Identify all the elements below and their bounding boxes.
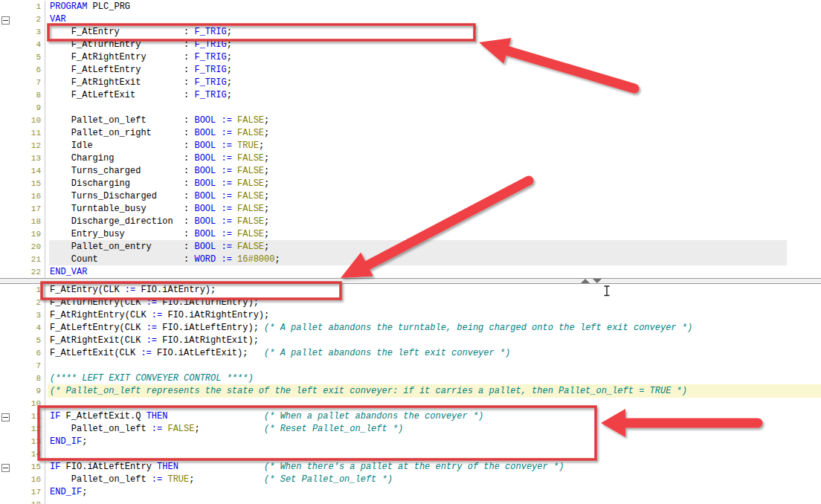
code-line[interactable]: 7 — [0, 360, 821, 372]
line-number: 3 — [36, 26, 41, 39]
code-line[interactable]: 20 Pallet_on_entry : BOOL := FALSE; — [0, 241, 821, 253]
code-line[interactable]: 1PROGRAM PLC_PRG — [0, 1, 821, 13]
fold-collapse-icon[interactable] — [1, 464, 10, 472]
code-line[interactable]: 17 Turntable_busy : BOOL := FALSE; — [0, 203, 821, 216]
line-gutter: 10 — [0, 398, 45, 410]
code-line[interactable]: 17END_IF; — [0, 486, 821, 499]
code-line[interactable]: 15IF FIO.iAtLeftEntry THEN (* When there… — [0, 461, 821, 474]
code-line[interactable]: 18 — [0, 499, 821, 504]
code-line[interactable]: 10 Pallet_on_left : BOOL := FALSE; — [0, 114, 821, 127]
code-token: PROGRAM — [50, 1, 87, 12]
code-line[interactable]: 21 Count : WORD := 16#8000; — [0, 253, 821, 266]
line-gutter: 2 — [0, 13, 45, 26]
code-token: FALSE — [237, 242, 264, 252]
fold-collapse-icon[interactable] — [1, 413, 10, 421]
line-number: 16 — [31, 474, 41, 486]
line-number: 18 — [31, 216, 41, 228]
code-token: F_AtLeftExit : — [50, 90, 194, 100]
code-line[interactable]: 16 Pallet_on_left := TRUE; (* Set Pallet… — [0, 474, 821, 486]
code-token: THEN — [157, 462, 178, 472]
implementation-editor[interactable]: 1F_AtEntry(CLK := FIO.iAtEntry);2F_AtTur… — [0, 284, 821, 504]
code-text: F_AtLeftEntry(CLK := FIO.iAtLeftEntry); … — [45, 322, 692, 335]
code-line[interactable]: 9 — [0, 102, 821, 114]
code-line[interactable]: 6 F_AtLeftEntry : F_TRIG; — [0, 64, 821, 77]
line-number: 12 — [31, 140, 41, 152]
fold-collapse-icon[interactable] — [1, 16, 10, 25]
code-line[interactable]: 2F_AtTurnEntry(CLK := FIO.iAtTurnEntry); — [0, 297, 821, 309]
code-token: ; — [189, 474, 264, 485]
line-gutter: 9 — [0, 102, 45, 114]
code-line[interactable]: 4 F_AtTurnEntry : F_TRIG; — [0, 39, 821, 51]
code-line[interactable]: 6F_AtLeftExit(CLK := FIO.iAtLeftExit); (… — [0, 347, 821, 360]
code-line[interactable]: 2VAR — [0, 13, 821, 26]
code-token: Turns_Discharged : — [50, 191, 194, 201]
code-token: VAR — [50, 14, 66, 25]
line-number: 12 — [31, 423, 41, 436]
code-line[interactable]: 11 Pallet_on_right : BOOL := FALSE; — [0, 127, 821, 140]
code-line[interactable]: 14 — [0, 448, 821, 461]
line-gutter: 16 — [0, 474, 45, 486]
code-token: := — [221, 242, 231, 252]
code-token: ; — [227, 90, 232, 100]
declaration-editor[interactable]: 1PROGRAM PLC_PRG2VAR3 F_AtEntry : F_TRIG… — [0, 0, 821, 279]
code-line[interactable]: 7 F_AtRightExit : F_TRIG; — [0, 77, 821, 89]
code-token: := — [152, 310, 162, 320]
code-token: F_AtRightEntry : — [50, 52, 194, 62]
code-text — [45, 398, 50, 410]
line-gutter: 22 — [0, 266, 45, 279]
code-token: Discharging : — [50, 178, 194, 189]
code-text: Charging : BOOL := FALSE; — [45, 152, 269, 165]
code-token: BOOL — [194, 115, 216, 126]
line-number: 7 — [36, 360, 41, 372]
code-line[interactable]: 5 F_AtRightEntry : F_TRIG; — [0, 51, 821, 64]
split-view-divider[interactable] — [0, 278, 821, 284]
line-gutter: 2 — [0, 297, 45, 309]
code-line[interactable]: 8 F_AtLeftExit : F_TRIG; — [0, 89, 821, 102]
code-line[interactable]: 3F_AtRightEntry(CLK := FIO.iAtRightEntry… — [0, 309, 821, 322]
code-text: F_AtTurnEntry : F_TRIG; — [45, 39, 232, 51]
code-line[interactable]: 4F_AtLeftEntry(CLK := FIO.iAtLeftEntry);… — [0, 322, 821, 335]
code-line[interactable]: 19 Entry_busy : BOOL := FALSE; — [0, 228, 821, 241]
code-line[interactable]: 10 — [0, 398, 821, 410]
code-line[interactable]: 18 Discharge_direction : BOOL := FALSE; — [0, 216, 821, 228]
code-line[interactable]: 1F_AtEntry(CLK := FIO.iAtEntry); — [0, 284, 821, 297]
line-number: 6 — [36, 347, 41, 360]
code-line[interactable]: 22END_VAR — [0, 266, 821, 279]
code-token: (**** LEFT EXIT CONVEYER CONTROL ****) — [50, 373, 254, 384]
line-gutter: 18 — [0, 499, 45, 504]
code-token: := — [221, 115, 231, 126]
line-gutter: 10 — [0, 114, 45, 127]
code-token: Pallet_on_left : — [50, 115, 194, 126]
code-token: F_AtLeftEntry : — [50, 65, 194, 75]
code-token: FIO.iAtRightExit); — [157, 335, 259, 346]
code-line[interactable]: 12 Pallet_on_left := FALSE; (* Reset Pal… — [0, 423, 821, 436]
code-token: ; — [82, 436, 87, 447]
code-line[interactable]: 15 Discharging : BOOL := FALSE; — [0, 178, 821, 190]
code-line[interactable]: 8(**** LEFT EXIT CONVEYER CONTROL ****) — [0, 372, 821, 385]
code-line[interactable]: 13 Charging : BOOL := FALSE; — [0, 152, 821, 165]
code-token — [232, 128, 237, 138]
code-line[interactable]: 14 Turns_charged : BOOL := FALSE; — [0, 165, 821, 178]
splitter-collapse-up-icon[interactable] — [581, 279, 590, 283]
code-token — [232, 254, 237, 265]
line-gutter: 7 — [0, 77, 45, 89]
code-line[interactable]: 12 Idle : BOOL := TRUE; — [0, 140, 821, 152]
code-line[interactable]: 9(* Pallet_on_left represents the state … — [0, 385, 821, 398]
code-token — [167, 411, 264, 421]
line-number: 17 — [31, 203, 41, 216]
code-line[interactable]: 5F_AtRightExit(CLK := FIO.iAtRightExit); — [0, 335, 821, 347]
code-line[interactable]: 3 F_AtEntry : F_TRIG; — [0, 26, 821, 39]
code-text: Pallet_on_left := FALSE; (* Reset Pallet… — [45, 423, 403, 436]
code-token: Idle : — [50, 140, 194, 151]
line-gutter: 1 — [0, 284, 45, 297]
code-line[interactable]: 11IF F_AtLeftExit.Q THEN (* When a palle… — [0, 410, 821, 423]
code-token: := — [221, 153, 231, 164]
code-token: F_TRIG — [194, 27, 226, 37]
line-number: 1 — [36, 1, 41, 13]
code-line[interactable]: 13END_IF; — [0, 436, 821, 448]
splitter-collapse-down-icon[interactable] — [593, 279, 602, 283]
code-token: (* Pallet_on_left represents the state o… — [50, 386, 687, 396]
code-line[interactable]: 16 Turns_Discharged : BOOL := FALSE; — [0, 190, 821, 203]
code-token: FIO.iAtLeftEntry — [60, 462, 157, 472]
line-number: 15 — [31, 461, 41, 474]
